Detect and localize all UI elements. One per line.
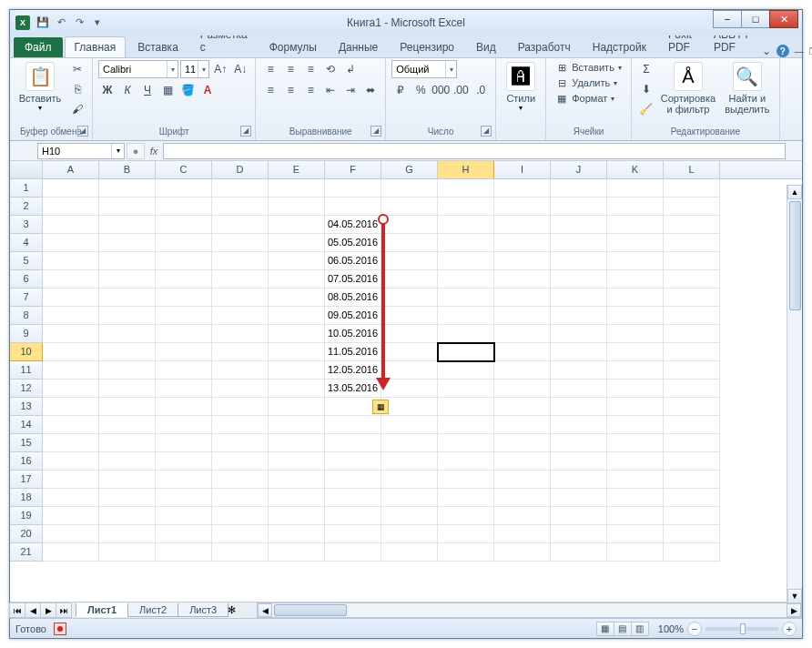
cell-B15[interactable]: [99, 434, 156, 452]
cell-K19[interactable]: [607, 507, 664, 525]
cell-J9[interactable]: [551, 325, 607, 343]
cell-L18[interactable]: [664, 489, 720, 507]
align-middle-icon[interactable]: ≡: [281, 60, 299, 78]
cell-G6[interactable]: [381, 270, 438, 289]
cell-A8[interactable]: [43, 307, 99, 325]
ribbon-tab-6[interactable]: Вид: [466, 36, 506, 57]
paste-button[interactable]: 📋 Вставить ▾: [15, 60, 65, 112]
cell-I13[interactable]: [494, 398, 551, 416]
format-painter-icon[interactable]: 🖌: [68, 100, 86, 118]
cell-E10[interactable]: [269, 343, 325, 361]
horizontal-scrollbar[interactable]: ◀ ▶: [257, 602, 802, 618]
cell-H10[interactable]: [438, 343, 494, 361]
increase-decimal-icon[interactable]: .00: [452, 81, 470, 99]
cell-J6[interactable]: [551, 270, 607, 289]
cell-K4[interactable]: [607, 234, 664, 252]
cell-I11[interactable]: [494, 361, 551, 380]
row-header-17[interactable]: 17: [10, 471, 43, 489]
cell-H11[interactable]: [438, 361, 494, 380]
sheet-tab-1[interactable]: Лист2: [127, 603, 178, 617]
cell-G7[interactable]: [381, 289, 438, 307]
cell-H15[interactable]: [438, 434, 494, 452]
zoom-out-icon[interactable]: −: [687, 622, 702, 636]
cell-I8[interactable]: [494, 307, 551, 325]
increase-indent-icon[interactable]: ⇥: [341, 81, 360, 99]
cell-H9[interactable]: [438, 325, 494, 343]
cell-F19[interactable]: [325, 507, 381, 525]
comma-icon[interactable]: 000: [431, 81, 450, 99]
cell-D5[interactable]: [212, 252, 269, 270]
cell-C4[interactable]: [156, 234, 212, 252]
cell-L20[interactable]: [664, 525, 720, 543]
cell-I19[interactable]: [494, 507, 551, 525]
scroll-right-icon[interactable]: ▶: [787, 603, 801, 617]
cell-J19[interactable]: [551, 507, 607, 525]
cell-F18[interactable]: [325, 489, 381, 507]
zoom-slider[interactable]: [705, 627, 778, 631]
cell-G14[interactable]: [381, 416, 438, 434]
cell-C15[interactable]: [156, 434, 212, 452]
autofill-options-icon[interactable]: ▦: [372, 400, 389, 414]
cell-L10[interactable]: [664, 343, 720, 361]
cell-H1[interactable]: [438, 179, 494, 197]
cell-G18[interactable]: [381, 489, 438, 507]
close-button[interactable]: ✕: [769, 10, 798, 28]
clear-icon[interactable]: 🧹: [637, 100, 655, 118]
sheet-tab-2[interactable]: Лист3: [178, 603, 228, 617]
sheet-nav-prev-icon[interactable]: ◀: [25, 602, 41, 618]
cell-I2[interactable]: [494, 197, 551, 216]
cell-J8[interactable]: [551, 307, 607, 325]
cell-E15[interactable]: [269, 434, 325, 452]
cell-F2[interactable]: [325, 197, 381, 216]
cell-I6[interactable]: [494, 270, 551, 289]
ribbon-tab-1[interactable]: Вставка: [127, 36, 188, 57]
cell-J3[interactable]: [551, 216, 607, 234]
ribbon-tab-4[interactable]: Данные: [329, 36, 388, 57]
cell-B11[interactable]: [99, 361, 156, 380]
cell-B4[interactable]: [99, 234, 156, 252]
sheet-nav-last-icon[interactable]: ⏭: [56, 602, 72, 618]
cell-F10[interactable]: 11.05.2016: [325, 343, 381, 361]
doc-min-icon[interactable]: —: [795, 46, 804, 56]
cell-F6[interactable]: 07.05.2016: [325, 270, 381, 289]
decrease-font-icon[interactable]: A↓: [231, 60, 249, 78]
row-header-21[interactable]: 21: [10, 543, 43, 562]
cell-A4[interactable]: [43, 234, 99, 252]
vertical-scrollbar[interactable]: ▲ ▼: [787, 185, 802, 603]
cell-E16[interactable]: [269, 452, 325, 471]
cell-J16[interactable]: [551, 452, 607, 471]
cell-C13[interactable]: [156, 398, 212, 416]
row-header-1[interactable]: 1: [10, 179, 43, 197]
cell-B1[interactable]: [99, 179, 156, 197]
cell-D3[interactable]: [212, 216, 269, 234]
bold-icon[interactable]: Ж: [98, 81, 117, 99]
col-header-E[interactable]: E: [269, 161, 325, 178]
cell-L11[interactable]: [664, 361, 720, 380]
align-bottom-icon[interactable]: ≡: [301, 60, 320, 78]
row-header-18[interactable]: 18: [10, 489, 43, 507]
cell-E20[interactable]: [269, 525, 325, 543]
cell-J7[interactable]: [551, 289, 607, 307]
col-header-A[interactable]: A: [43, 161, 99, 178]
cell-C19[interactable]: [156, 507, 212, 525]
cell-D14[interactable]: [212, 416, 269, 434]
cell-C20[interactable]: [156, 525, 212, 543]
cell-I12[interactable]: [494, 380, 551, 398]
cell-I3[interactable]: [494, 216, 551, 234]
cell-L1[interactable]: [664, 179, 720, 197]
cell-G17[interactable]: [381, 471, 438, 489]
vscroll-thumb[interactable]: [789, 201, 801, 310]
cell-F16[interactable]: [325, 452, 381, 471]
formula-input[interactable]: [163, 143, 786, 159]
cell-B19[interactable]: [99, 507, 156, 525]
cell-K3[interactable]: [607, 216, 664, 234]
cell-K7[interactable]: [607, 289, 664, 307]
cell-K1[interactable]: [607, 179, 664, 197]
cell-K17[interactable]: [607, 471, 664, 489]
cell-A16[interactable]: [43, 452, 99, 471]
cell-J15[interactable]: [551, 434, 607, 452]
cell-I20[interactable]: [494, 525, 551, 543]
cell-F11[interactable]: 12.05.2016: [325, 361, 381, 380]
row-header-8[interactable]: 8: [10, 307, 43, 325]
cell-D20[interactable]: [212, 525, 269, 543]
